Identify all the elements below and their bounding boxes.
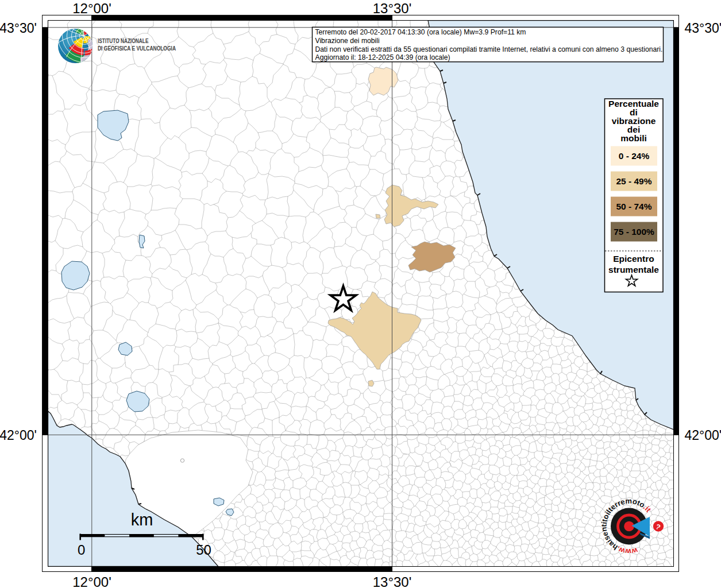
- svg-text:12°00': 12°00': [72, 574, 111, 588]
- svg-text:50: 50: [196, 542, 211, 558]
- svg-text:0 - 24%: 0 - 24%: [619, 151, 650, 161]
- svg-text:0: 0: [78, 542, 85, 558]
- svg-text:DI GEOFISICA E VULCANOLOGIA: DI GEOFISICA E VULCANOLOGIA: [98, 45, 176, 52]
- svg-text:13°30': 13°30': [373, 574, 412, 588]
- svg-text:25 - 49%: 25 - 49%: [616, 176, 651, 186]
- svg-text:43°30': 43°30': [685, 21, 721, 36]
- svg-text:mobili: mobili: [620, 133, 647, 143]
- svg-text:Vibrazione dei mobili: Vibrazione dei mobili: [315, 37, 380, 45]
- svg-text:50 - 74%: 50 - 74%: [616, 202, 651, 211]
- svg-text:43°30': 43°30': [0, 21, 37, 36]
- svg-text:Epicentro: Epicentro: [613, 254, 654, 264]
- svg-text:strumentale: strumentale: [608, 265, 659, 274]
- svg-text:Aggiornato il: 18-12-2025 04:3: Aggiornato il: 18-12-2025 04:39 (ora loc…: [315, 53, 450, 61]
- svg-text:42°00': 42°00': [685, 428, 721, 443]
- svg-text:75 - 100%: 75 - 100%: [614, 227, 654, 237]
- svg-text:Terremoto del 20-02-2017 04:13: Terremoto del 20-02-2017 04:13:30 (ora l…: [315, 28, 526, 36]
- svg-text:12°00': 12°00': [72, 1, 111, 16]
- svg-text:km: km: [131, 510, 153, 529]
- svg-text:42°00': 42°00': [0, 428, 37, 443]
- svg-text:ISTITUTO NAZIONALE: ISTITUTO NAZIONALE: [98, 37, 149, 44]
- svg-text:13°30': 13°30': [373, 1, 412, 16]
- svg-text:Dati non verificati estratti d: Dati non verificati estratti da 55 quest…: [315, 45, 663, 53]
